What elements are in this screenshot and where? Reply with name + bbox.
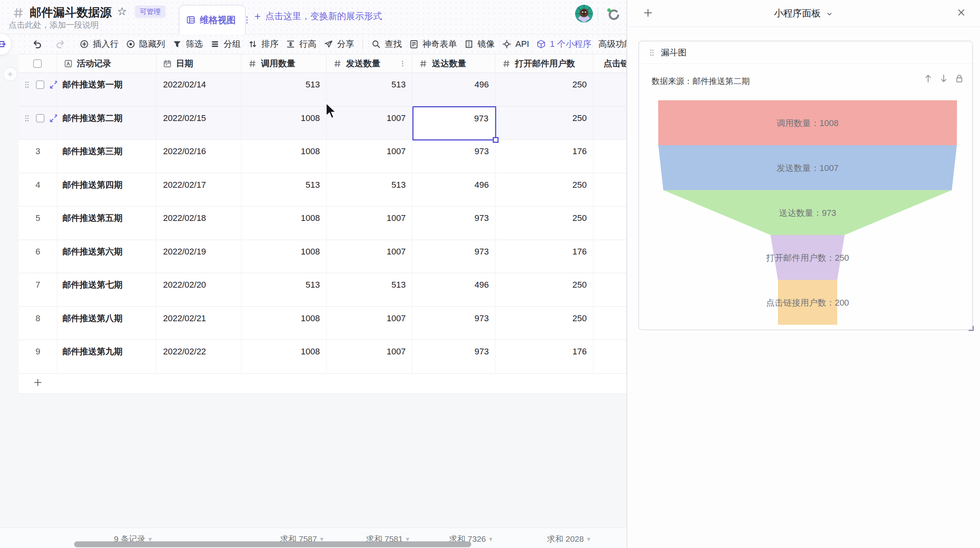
cell-clicked[interactable] <box>593 307 627 340</box>
toolbar-item-share[interactable]: 分享 <box>323 38 354 50</box>
widget-resize-handle[interactable] <box>969 326 974 331</box>
cell-name[interactable]: 邮件推送第九期 <box>57 340 156 373</box>
cell-clicked[interactable] <box>593 206 627 240</box>
cell-name[interactable]: 邮件推送第八期 <box>57 307 156 340</box>
table-row[interactable]: 5邮件推送第五期2022/02/1810081007973250 <box>19 206 627 240</box>
table-row[interactable]: 8邮件推送第八期2022/02/2110081007973250 <box>19 307 627 340</box>
move-up-icon[interactable] <box>923 73 933 84</box>
cell-sent[interactable]: 1007 <box>327 240 412 273</box>
cell-sent[interactable]: 1007 <box>327 140 412 173</box>
table-row[interactable]: 6邮件推送第六期2022/02/1910081007973176 <box>19 240 627 274</box>
cell-delivered[interactable]: 973 <box>412 307 495 340</box>
doc-description-placeholder[interactable]: 点击此处，添加一段说明 <box>9 20 99 30</box>
table-row[interactable]: 4邮件推送第四期2022/02/17513513496250 <box>19 173 627 207</box>
lock-icon[interactable] <box>954 73 964 84</box>
cell-sent[interactable]: 1007 <box>327 206 412 240</box>
cell-clicked[interactable] <box>593 340 627 373</box>
toolbar-item-find[interactable]: 查找 <box>371 38 402 50</box>
cell-opened[interactable]: 250 <box>495 307 593 340</box>
cell-delivered[interactable]: 973 <box>412 206 495 240</box>
widget-drag-handle-icon[interactable] <box>648 48 656 57</box>
cell-opened[interactable]: 176 <box>495 340 593 373</box>
column-header-opened[interactable]: 打开邮件用户数 <box>495 54 593 73</box>
widget-panel-title[interactable]: 小程序面板 <box>627 7 980 20</box>
cell-date[interactable]: 2022/02/16 <box>156 140 241 173</box>
cell-delivered[interactable]: 973 <box>412 140 495 173</box>
column-header-clicked[interactable]: 点击链接用户数 <box>593 54 627 73</box>
sync-status-icon[interactable] <box>604 5 621 23</box>
expand-record-icon[interactable] <box>49 80 57 89</box>
fill-handle[interactable] <box>493 137 499 143</box>
cell-opened[interactable]: 250 <box>495 73 593 106</box>
cell-name[interactable]: 邮件推送第一期 <box>57 73 156 106</box>
cell-name[interactable]: 邮件推送第五期 <box>57 206 156 240</box>
cell-calls[interactable]: 1008 <box>241 140 327 173</box>
cell-clicked[interactable] <box>593 273 627 306</box>
cell-sent[interactable]: 1007 <box>327 340 412 373</box>
insert-row-hint[interactable]: + <box>3 67 17 81</box>
table-row[interactable]: 3邮件推送第三期2022/02/1610081007973176 <box>19 140 627 173</box>
selected-cell[interactable]: 973 <box>412 106 496 141</box>
cell-date[interactable]: 2022/02/21 <box>156 307 241 340</box>
select-all-checkbox[interactable] <box>33 59 42 68</box>
table-row[interactable]: 邮件推送第一期2022/02/14513513496250 <box>19 73 627 107</box>
toolbar-item-row-height[interactable]: 行高 <box>286 38 316 50</box>
column-header-calls[interactable]: 调用数量 <box>241 54 327 73</box>
cell-clicked[interactable] <box>593 173 627 206</box>
cell-clicked[interactable] <box>593 140 627 173</box>
row-drag-handle-icon[interactable] <box>23 114 31 123</box>
toolbar-item-hide-fields[interactable]: 隐藏列 <box>126 38 165 50</box>
cell-clicked[interactable] <box>593 73 627 106</box>
cell-name[interactable]: 邮件推送第三期 <box>57 140 156 173</box>
table-row[interactable]: 7邮件推送第七期2022/02/20513513496250 <box>19 273 627 307</box>
cell-calls[interactable]: 1008 <box>241 340 327 373</box>
tab-grid-view[interactable]: 维格视图 ⋮ <box>179 5 246 34</box>
toolbar-item-api[interactable]: API <box>502 39 529 49</box>
cell-delivered[interactable]: 496 <box>412 73 495 106</box>
favorite-star-icon[interactable]: ☆ <box>117 5 127 18</box>
cell-calls[interactable]: 1008 <box>241 240 327 273</box>
cell-calls[interactable]: 513 <box>241 173 327 206</box>
row-drag-handle-icon[interactable] <box>23 80 31 89</box>
expand-record-icon[interactable] <box>49 114 57 123</box>
cell-name[interactable]: 邮件推送第四期 <box>57 173 156 206</box>
column-header-name[interactable]: 活动记录 <box>57 54 156 73</box>
avatar[interactable] <box>575 5 593 23</box>
cell-date[interactable]: 2022/02/14 <box>156 73 241 106</box>
cell-date[interactable]: 2022/02/18 <box>156 206 241 240</box>
cell-name[interactable]: 邮件推送第六期 <box>57 240 156 273</box>
close-panel-icon[interactable] <box>957 8 966 19</box>
toolbar-item-widgets[interactable]: 1 个小程序 <box>536 38 591 50</box>
add-record-row[interactable] <box>19 374 627 394</box>
column-header-date[interactable]: 日期 <box>156 54 241 73</box>
cell-opened[interactable]: 250 <box>495 107 593 140</box>
cell-delivered[interactable]: 496 <box>412 273 495 306</box>
cell-clicked[interactable] <box>593 107 627 140</box>
column-header-delivered[interactable]: 送达数量 <box>412 54 495 73</box>
column-menu-icon[interactable] <box>399 60 407 68</box>
lock-icon[interactable] <box>954 73 964 84</box>
toolbar-item-group[interactable]: 分组 <box>210 38 241 50</box>
table-row[interactable]: 9邮件推送第九期2022/02/2210081007973176 <box>19 340 627 374</box>
toolbar-item-insert-row[interactable]: 插入行 <box>79 38 119 50</box>
cell-name[interactable]: 邮件推送第七期 <box>57 273 156 306</box>
column-menu-dots-icon[interactable] <box>399 60 407 68</box>
add-view-button[interactable]: + 点击这里，变换新的展示形式 <box>254 10 382 22</box>
cell-opened[interactable]: 250 <box>495 173 593 206</box>
cell-sent[interactable]: 513 <box>327 73 412 106</box>
cell-sent[interactable]: 1007 <box>327 107 412 140</box>
cell-opened[interactable]: 176 <box>495 140 593 173</box>
sum-opened[interactable]: 求和 2028▾ <box>547 534 590 544</box>
cell-sent[interactable]: 513 <box>327 173 412 206</box>
cell-date[interactable]: 2022/02/15 <box>156 107 241 140</box>
toolbar-item-filter[interactable]: 筛选 <box>172 38 203 50</box>
cell-calls[interactable]: 513 <box>241 73 327 106</box>
cell-date[interactable]: 2022/02/22 <box>156 340 241 373</box>
column-header-sent[interactable]: 发送数量 <box>327 54 412 73</box>
cell-delivered[interactable]: 973 <box>412 240 495 273</box>
cell-delivered[interactable]: 496 <box>412 173 495 206</box>
cell-opened[interactable]: 176 <box>495 240 593 273</box>
cell-date[interactable]: 2022/02/17 <box>156 173 241 206</box>
cell-delivered[interactable]: 973 <box>412 340 495 373</box>
toolbar-item-sort[interactable]: 排序 <box>248 38 279 50</box>
